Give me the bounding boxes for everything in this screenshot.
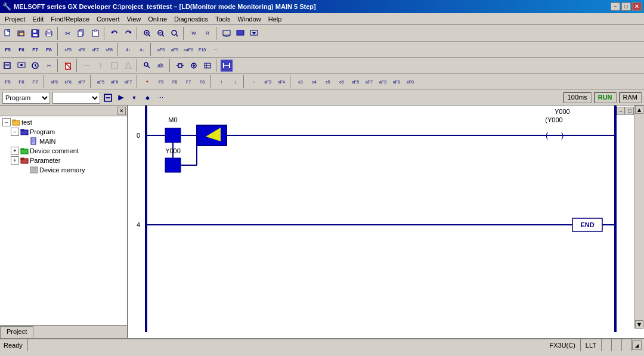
tb2-2[interactable]: F6 (15, 43, 28, 56)
tree-expand-root[interactable]: − (2, 118, 11, 126)
tb4-1[interactable]: F5 (1, 75, 14, 88)
tb-print[interactable] (42, 27, 55, 40)
tb3-option2[interactable] (94, 59, 107, 72)
tree-expand-parameter[interactable]: + (11, 156, 19, 165)
tb2-8[interactable]: sF8 (103, 43, 116, 56)
tb3-ladder-view[interactable] (220, 59, 233, 72)
tb2-15[interactable]: ··· (209, 43, 222, 56)
tb3-option4[interactable] (122, 59, 135, 72)
tb-redo[interactable] (122, 27, 135, 40)
tb-option3[interactable] (247, 27, 261, 40)
tb4-7[interactable]: aF5 (94, 75, 107, 88)
tb-zoom-out[interactable] (154, 27, 168, 40)
tree-expand-device-comment[interactable]: + (11, 147, 19, 155)
menu-online[interactable]: Online (144, 14, 171, 24)
tb4-3[interactable]: F7 (29, 75, 42, 88)
tb4-11[interactable]: F5 (154, 75, 168, 88)
tb3-write-mode[interactable] (1, 59, 14, 72)
tb4-15[interactable]: ↑ (215, 75, 228, 88)
minimize-button[interactable]: – (611, 2, 620, 11)
tb3-read-mode[interactable] (29, 59, 42, 72)
tb2-1[interactable]: F5 (1, 43, 14, 56)
menu-project[interactable]: Project (1, 14, 29, 24)
tb4-22[interactable]: c5 (321, 75, 335, 88)
tb3-search[interactable] (141, 59, 154, 72)
tree-expand-program[interactable]: − (11, 128, 19, 136)
tb2-7[interactable]: sF7 (89, 43, 102, 56)
tb4-16[interactable]: ↓ (228, 75, 242, 88)
menu-window[interactable]: Window (234, 14, 265, 24)
tb2-12[interactable]: aF5 (168, 43, 181, 56)
menu-diagnostics[interactable]: Diagnostics (171, 14, 212, 24)
tb2-4[interactable]: F8 (42, 43, 55, 56)
tb4-27[interactable]: aF0 (390, 75, 403, 88)
status-resize-grip[interactable]: ◢ (632, 340, 642, 350)
tb2-3[interactable]: F7 (29, 43, 42, 56)
program-dropdown-2[interactable] (52, 92, 100, 104)
tree-node-parameter[interactable]: + Parameter (1, 156, 126, 165)
tb4-26[interactable]: aF9 (376, 75, 389, 88)
panel-close-button[interactable]: ✕ (117, 107, 126, 115)
tb-copy[interactable] (75, 27, 88, 40)
tb-paste[interactable] (89, 27, 102, 40)
tb4-5[interactable]: sF6 (61, 75, 75, 88)
tb4-18[interactable]: sF3 (261, 75, 274, 88)
tree-node-device-memory[interactable]: Device memory (1, 165, 126, 175)
tb3-coil-insert[interactable] (174, 59, 187, 72)
tb4-8[interactable]: aF6 (108, 75, 121, 88)
tb-pg-mark[interactable]: ◆ (142, 92, 153, 103)
tree-node-root[interactable]: − test (1, 117, 126, 127)
tb4-6[interactable]: sF7 (75, 75, 88, 88)
tb-monitor-stop[interactable] (234, 27, 247, 40)
tb2-5[interactable]: sF5 (61, 43, 75, 56)
tb-zoom-in[interactable] (141, 27, 154, 40)
tb-save[interactable] (29, 27, 42, 40)
tb4-10[interactable]: + (141, 75, 154, 88)
tb2-10[interactable]: 4↓ (135, 43, 148, 56)
tb3-option1[interactable] (80, 59, 94, 72)
tb-open[interactable] (15, 27, 28, 40)
menu-help[interactable]: Help (265, 14, 286, 24)
tb3-monitor[interactable] (15, 59, 28, 72)
tb3-cut[interactable]: ✂ (42, 59, 55, 72)
tb-pg-1[interactable] (103, 92, 113, 103)
tb3-monitor-write[interactable] (187, 59, 200, 72)
tb-pg-2[interactable] (116, 92, 126, 103)
tb2-11[interactable]: aF5 (154, 43, 168, 56)
menu-tools[interactable]: Tools (212, 14, 234, 24)
tb4-25[interactable]: aF7 (363, 75, 376, 88)
tb4-19[interactable]: sF4 (275, 75, 288, 88)
tb4-24[interactable]: aF5 (349, 75, 362, 88)
m0-contact[interactable] (165, 128, 181, 143)
tree-node-device-comment[interactable]: + Device comment (1, 146, 126, 156)
tb4-20[interactable]: c3 (294, 75, 307, 88)
y000-contact[interactable] (165, 158, 181, 172)
tb4-21[interactable]: c4 (308, 75, 321, 88)
tb2-6[interactable]: sF6 (75, 43, 88, 56)
tb4-28[interactable]: cF0 (404, 75, 417, 88)
menu-find[interactable]: Find/Replace (47, 14, 93, 24)
tree-node-program[interactable]: − Program (1, 127, 126, 137)
tb-zoom-all[interactable] (168, 27, 181, 40)
vertical-scrollbar[interactable]: ▲ ▼ (634, 106, 644, 329)
tb-cut[interactable]: ✂ (61, 27, 75, 40)
tb4-9[interactable]: aF7 (122, 75, 135, 88)
close-button[interactable]: ✕ (632, 2, 642, 11)
tb-undo[interactable] (108, 27, 121, 40)
tb3-delete[interactable] (61, 59, 75, 72)
tb-monitor-start[interactable] (220, 27, 233, 40)
tb4-17[interactable]: ↔ (247, 75, 261, 88)
tb4-2[interactable]: F6 (15, 75, 28, 88)
diagram-area[interactable]: – □ ✕ ▲ ▼ 0 M0 (128, 106, 644, 338)
tb4-14[interactable]: F8 (196, 75, 209, 88)
tb4-23[interactable]: c6 (335, 75, 348, 88)
tb2-13[interactable]: caF0 (182, 43, 195, 56)
tb-pg-filter[interactable]: ▼ (129, 92, 140, 103)
tb4-4[interactable]: sF5 (48, 75, 61, 88)
project-tab-button[interactable]: Project (0, 326, 33, 338)
tree-node-main[interactable]: MAIN (1, 137, 126, 146)
program-dropdown-1[interactable]: Program (2, 92, 50, 104)
menu-edit[interactable]: Edit (29, 14, 47, 24)
tb3-option3[interactable] (108, 59, 121, 72)
tb-read[interactable]: R (201, 27, 214, 40)
